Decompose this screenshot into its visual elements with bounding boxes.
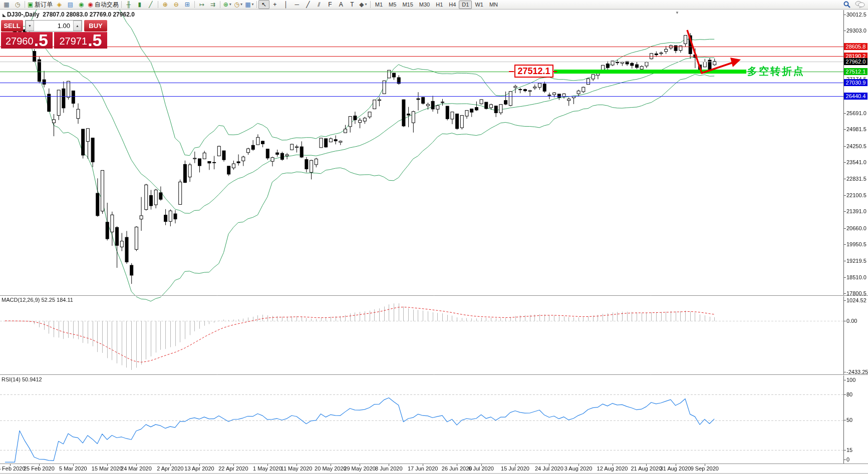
price-tick-label: 22100.5 xyxy=(846,192,866,198)
price-tick-label: 18510.0 xyxy=(846,274,866,280)
chart-shift-icon[interactable]: ⇉ xyxy=(207,0,218,9)
hline-tool[interactable]: ─ xyxy=(292,0,303,9)
price-tick-label: 30012.5 xyxy=(846,12,866,18)
navigator-icon[interactable]: ◉ xyxy=(76,0,87,9)
text-label-tool[interactable]: T xyxy=(347,0,358,9)
date-tick-label: 9 Sep 2020 xyxy=(691,465,719,471)
sell-price-pips: .5 xyxy=(34,32,48,49)
timeframe-m30[interactable]: M30 xyxy=(416,1,433,9)
date-tick-label: 5 Mar 2020 xyxy=(59,465,87,471)
timeframe-mn[interactable]: MN xyxy=(486,1,501,9)
support-price-annotation: 27512.1 xyxy=(514,65,553,78)
level-price-label: 27962.0 xyxy=(844,58,867,65)
chart-info-line: ◣DJ30-,Daily 27807.0 28083.0 27769.0 279… xyxy=(3,11,135,18)
chart-shift-marker-icon[interactable]: ▼ xyxy=(675,11,679,15)
tile-windows-icon[interactable]: ⊞ xyxy=(182,0,193,9)
timeframe-w1[interactable]: W1 xyxy=(472,1,486,9)
crosshair-tool[interactable]: + xyxy=(269,0,280,9)
timeframe-h1[interactable]: H1 xyxy=(433,1,446,9)
toolbar-separator xyxy=(256,1,257,8)
date-tick-label: 12 Aug 2020 xyxy=(597,465,628,471)
date-tick-label: 31 Aug 2020 xyxy=(660,465,691,471)
macd-label: MACD(12,26,9) 52.25 184.11 xyxy=(2,297,73,303)
toolbar-separator xyxy=(220,1,220,8)
channel-tool[interactable]: ⫽ xyxy=(314,0,325,9)
zoom-in-icon[interactable]: ⊕ xyxy=(160,0,171,9)
arrows-tool[interactable]: ◆▾ xyxy=(358,0,369,9)
date-tick-label: 8 Jun 2020 xyxy=(375,465,402,471)
sell-price-main: 27960 xyxy=(6,34,34,49)
fibonacci-tool[interactable]: F xyxy=(325,0,336,9)
cursor-tool[interactable]: ↖ xyxy=(258,0,269,9)
vline-tool[interactable]: │ xyxy=(280,0,292,9)
timeframe-m15[interactable]: M15 xyxy=(399,1,416,9)
price-tick-label: 19219.5 xyxy=(846,258,866,264)
data-window-icon[interactable]: ▤ xyxy=(65,0,76,9)
date-tick-label: 29 May 2020 xyxy=(344,465,376,471)
macd-tick-label: 0.00 xyxy=(846,318,857,324)
date-tick-label: 1 May 2020 xyxy=(253,465,281,471)
chat-icon[interactable] xyxy=(855,1,865,9)
date-tick-label: 15 Mar 2020 xyxy=(92,465,123,471)
sell-button[interactable]: SELL xyxy=(1,20,23,32)
symbol-period: DJ30-,Daily xyxy=(7,11,40,18)
toolbar-separator xyxy=(25,1,25,8)
price-tick-label: 23541.0 xyxy=(846,159,866,165)
search-icon[interactable] xyxy=(843,1,851,9)
buy-price-pips: .5 xyxy=(88,32,102,49)
mt4-window: { "toolbar": { "groups": [ [ {"name":"ne… xyxy=(0,0,868,474)
price-tick-label: 29303.0 xyxy=(846,28,866,34)
sell-price[interactable]: 27960.5 xyxy=(1,32,53,49)
price-tick-label: 20660.0 xyxy=(846,225,866,231)
buy-price[interactable]: 27971.5 xyxy=(54,32,107,49)
date-tick-label: 15 Jul 2020 xyxy=(501,465,529,471)
indicators-icon[interactable]: ⊕▾ xyxy=(222,0,233,9)
date-tick-label: 3 Aug 2020 xyxy=(564,465,593,471)
zoom-out-icon[interactable]: ⊖ xyxy=(171,0,182,9)
volume-value[interactable]: 1.00 xyxy=(34,21,73,31)
candlestick-chart-icon[interactable]: ▮ xyxy=(134,0,145,9)
timeframe-m1[interactable]: M1 xyxy=(372,1,386,9)
chart-canvas[interactable] xyxy=(0,0,868,474)
templates-icon[interactable]: ▦▾ xyxy=(244,0,255,9)
level-price-label: 27030.9 xyxy=(844,79,867,86)
symbol-marker-icon: ◣ xyxy=(3,13,6,18)
toolbar-separator xyxy=(121,1,122,8)
buy-price-main: 27971 xyxy=(60,34,88,49)
date-tick-label: 21 Aug 2020 xyxy=(631,465,662,471)
timeframe-h4[interactable]: H4 xyxy=(446,1,459,9)
date-tick-label: 16 Feb 2020 xyxy=(0,465,26,471)
one-click-trading-panel: SELL ▼ 1.00 ▲ BUY 27960.5 27971.5 xyxy=(1,20,107,49)
bar-chart-icon[interactable]: ╫ xyxy=(123,0,134,9)
profiles-icon[interactable]: ◷ xyxy=(12,0,23,9)
toolbar-separator xyxy=(194,1,195,8)
price-tick-label: 17800.5 xyxy=(846,290,866,296)
volume-decrease-button[interactable]: ▼ xyxy=(26,21,34,31)
level-price-label: 27512.1 xyxy=(844,68,867,75)
buy-button[interactable]: BUY xyxy=(84,20,107,32)
price-tick-label: 24981.5 xyxy=(846,126,866,132)
date-tick-label: 24 Mar 2020 xyxy=(121,465,152,471)
date-tick-label: 22 Apr 2020 xyxy=(218,465,248,471)
date-tick-label: 24 Jul 2020 xyxy=(535,465,563,471)
line-chart-icon[interactable]: ╱ xyxy=(145,0,156,9)
autotrading-button[interactable]: ◉自动交易 xyxy=(87,0,119,9)
date-tick-label: 2 Apr 2020 xyxy=(157,465,183,471)
new-chart-icon[interactable]: ▦ xyxy=(1,0,12,9)
timeframe-m5[interactable]: M5 xyxy=(386,1,399,9)
periods-icon[interactable]: ◷▾ xyxy=(233,0,244,9)
text-tool[interactable]: A xyxy=(336,0,347,9)
rsi-tick-label: 50 xyxy=(846,417,852,423)
market-watch-icon[interactable]: ◈ xyxy=(54,0,65,9)
toolbar-separator xyxy=(158,1,158,8)
new-order-button[interactable]: ▣新订单 xyxy=(27,0,54,9)
date-tick-label: 11 May 2020 xyxy=(281,465,313,471)
price-tick-label: 21391.0 xyxy=(846,208,866,214)
rsi-tick-label: 0 xyxy=(846,456,849,462)
trendline-tool[interactable]: ╱ xyxy=(303,0,314,9)
timeframe-d1[interactable]: D1 xyxy=(459,1,472,9)
level-price-label: 28605.8 xyxy=(844,43,867,50)
date-tick-label: 26 Jun 2020 xyxy=(442,465,472,471)
auto-scroll-icon[interactable]: ↦ xyxy=(196,0,207,9)
volume-increase-button[interactable]: ▲ xyxy=(73,21,82,31)
